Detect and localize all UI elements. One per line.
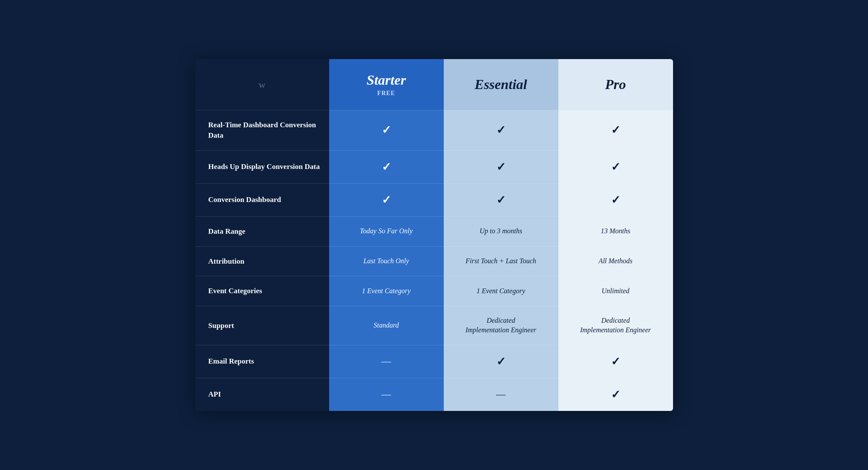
pro-checkmark: ✓ bbox=[611, 388, 620, 401]
starter-checkmark: ✓ bbox=[382, 161, 391, 173]
table-row: API——✓ bbox=[195, 378, 673, 411]
essential-cell: DedicatedImplementation Engineer bbox=[444, 306, 558, 345]
starter-checkmark: ✓ bbox=[382, 124, 391, 136]
feature-label-cell: Heads Up Display Conversion Data bbox=[195, 150, 329, 183]
essential-value: 1 Event Category bbox=[477, 287, 525, 295]
essential-cell: ✓ bbox=[444, 345, 558, 378]
pro-checkmark: ✓ bbox=[611, 355, 620, 368]
pro-cell: All Methods bbox=[558, 246, 673, 276]
essential-cell: ✓ bbox=[444, 110, 558, 151]
pro-cell: ✓ bbox=[558, 110, 673, 151]
feature-label: Conversion Dashboard bbox=[208, 195, 281, 204]
pro-value: 13 Months bbox=[601, 227, 630, 235]
essential-cell: First Touch + Last Touch bbox=[444, 246, 558, 276]
feature-label-cell: Real-Time Dashboard Conversion Data bbox=[195, 110, 329, 151]
feature-label: Support bbox=[208, 321, 234, 330]
essential-checkmark: ✓ bbox=[496, 194, 506, 206]
starter-value: Today So Far Only bbox=[360, 227, 413, 235]
essential-checkmark: ✓ bbox=[496, 355, 506, 368]
pro-cell: ✓ bbox=[558, 345, 673, 378]
starter-cell: Standard bbox=[329, 306, 444, 345]
essential-checkmark: ✓ bbox=[496, 124, 506, 136]
pro-cell: ✓ bbox=[558, 378, 673, 411]
starter-dash: — bbox=[382, 356, 391, 367]
essential-plan-name: Essential bbox=[452, 76, 550, 93]
pro-value: DedicatedImplementation Engineer bbox=[580, 317, 651, 334]
starter-value: Standard bbox=[373, 321, 399, 329]
feature-label-cell: Conversion Dashboard bbox=[195, 183, 329, 216]
pro-cell: DedicatedImplementation Engineer bbox=[558, 306, 673, 345]
table-row: Event Categories1 Event Category1 Event … bbox=[195, 276, 673, 306]
starter-cell: — bbox=[329, 378, 444, 411]
starter-cell: 1 Event Category bbox=[329, 276, 444, 306]
table-row: AttributionLast Touch OnlyFirst Touch + … bbox=[195, 246, 673, 276]
feature-label: Event Categories bbox=[208, 287, 262, 295]
feature-label-cell: Event Categories bbox=[195, 276, 329, 306]
essential-cell: ✓ bbox=[444, 183, 558, 216]
pro-cell: 13 Months bbox=[558, 216, 673, 246]
feature-label: Data Range bbox=[208, 227, 245, 235]
pro-cell: ✓ bbox=[558, 183, 673, 216]
feature-label: Email Reports bbox=[208, 357, 254, 365]
essential-value: DedicatedImplementation Engineer bbox=[465, 317, 536, 334]
starter-plan-sub: FREE bbox=[338, 90, 435, 97]
starter-dash: — bbox=[382, 389, 391, 400]
feature-label: API bbox=[208, 390, 221, 398]
header-row: w Starter FREE Essential Pro bbox=[195, 59, 673, 110]
pro-cell: Unlimited bbox=[558, 276, 673, 306]
pro-plan-name: Pro bbox=[567, 76, 664, 93]
pro-checkmark: ✓ bbox=[611, 194, 620, 206]
table-row: Email Reports—✓✓ bbox=[195, 345, 673, 378]
starter-plan-name: Starter bbox=[338, 72, 435, 88]
table-row: Real-Time Dashboard Conversion Data✓✓✓ bbox=[195, 110, 673, 151]
starter-cell: — bbox=[329, 345, 444, 378]
logo: w bbox=[259, 79, 266, 90]
pro-checkmark: ✓ bbox=[611, 161, 620, 173]
table-row: SupportStandardDedicatedImplementation E… bbox=[195, 306, 673, 345]
essential-cell: ✓ bbox=[444, 150, 558, 183]
starter-cell: ✓ bbox=[329, 150, 444, 183]
feature-label: Attribution bbox=[208, 257, 244, 265]
essential-cell: Up to 3 months bbox=[444, 216, 558, 246]
starter-cell: Last Touch Only bbox=[329, 246, 444, 276]
feature-label-cell: Support bbox=[195, 306, 329, 345]
feature-label: Real-Time Dashboard Conversion Data bbox=[208, 121, 316, 139]
starter-header-cell: Starter FREE bbox=[329, 59, 444, 110]
comparison-table: w Starter FREE Essential Pro Real-Time D… bbox=[195, 59, 673, 411]
feature-header-cell: w bbox=[195, 59, 329, 110]
pro-header-cell: Pro bbox=[558, 59, 673, 110]
pro-value: All Methods bbox=[599, 257, 633, 265]
essential-header-cell: Essential bbox=[444, 59, 558, 110]
feature-label-cell: Attribution bbox=[195, 246, 329, 276]
feature-label-cell: Data Range bbox=[195, 216, 329, 246]
pro-checkmark: ✓ bbox=[611, 124, 620, 136]
table-row: Conversion Dashboard✓✓✓ bbox=[195, 183, 673, 216]
essential-checkmark: ✓ bbox=[496, 161, 506, 173]
pro-value: Unlimited bbox=[602, 287, 630, 295]
essential-dash: — bbox=[496, 389, 506, 400]
starter-cell: ✓ bbox=[329, 110, 444, 151]
feature-label-cell: Email Reports bbox=[195, 345, 329, 378]
feature-label: Heads Up Display Conversion Data bbox=[208, 162, 320, 171]
feature-label-cell: API bbox=[195, 378, 329, 411]
starter-value: Last Touch Only bbox=[363, 257, 409, 265]
essential-cell: 1 Event Category bbox=[444, 276, 558, 306]
table-row: Heads Up Display Conversion Data✓✓✓ bbox=[195, 150, 673, 183]
pro-cell: ✓ bbox=[558, 150, 673, 183]
essential-cell: — bbox=[444, 378, 558, 411]
starter-cell: ✓ bbox=[329, 183, 444, 216]
essential-value: First Touch + Last Touch bbox=[465, 257, 536, 265]
starter-cell: Today So Far Only bbox=[329, 216, 444, 246]
comparison-table-wrapper: w Starter FREE Essential Pro Real-Time D… bbox=[195, 59, 673, 411]
starter-value: 1 Event Category bbox=[362, 287, 411, 295]
table-row: Data RangeToday So Far OnlyUp to 3 month… bbox=[195, 216, 673, 246]
starter-checkmark: ✓ bbox=[382, 194, 391, 206]
essential-value: Up to 3 months bbox=[479, 227, 522, 235]
